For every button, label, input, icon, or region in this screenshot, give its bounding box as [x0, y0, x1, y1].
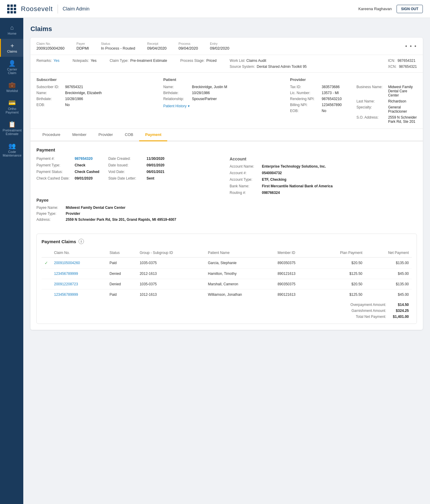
account-num-label: Account #:: [230, 171, 259, 175]
tax-id-label: Tax ID:: [290, 85, 320, 89]
last-name-row: Last Name: Richardson: [357, 99, 417, 103]
subscriber-eob-row: EOB: No: [36, 103, 163, 107]
row-net-3: $135.00: [366, 279, 412, 289]
header-right: Kareena Raghavan SIGN OUT: [358, 5, 423, 13]
work-list-label: Work List: [230, 59, 245, 63]
table-row: 123456789999 Denied 2012-1613 Hamilton, …: [42, 269, 412, 279]
row-member-2: 890121613: [274, 269, 316, 279]
subscriber-name-value: Breckinridge, Elizabeth: [65, 91, 102, 95]
account-name-row: Account Name: Enterprise Technology Solu…: [230, 164, 417, 168]
payment-claims-section: Payment Claims i Claim No. Status Group …: [36, 234, 417, 324]
tab-procedure[interactable]: Procedure: [36, 129, 66, 141]
provider-grid: Tax ID: 383573686 Lic. Number: 13573 - M…: [290, 85, 417, 124]
sidebar-label-carrier-claim: Carrier Claim: [3, 68, 21, 75]
tab-payment[interactable]: Payment: [139, 129, 167, 141]
patient-name-value: Breckinridge, Justin M: [192, 85, 227, 89]
provider-eob-value: No: [322, 109, 326, 113]
payment-claims-title-text: Payment Claims: [42, 239, 76, 244]
receipt-field: Receipt 09/04/2020: [147, 42, 167, 50]
rendering-npi-row: Rendering NPI: 9876543210: [290, 97, 350, 101]
last-name-label: Last Name:: [357, 99, 386, 103]
sidebar-item-code-maintenance[interactable]: 👥 Code Maintenance: [0, 139, 23, 161]
tax-id-row: Tax ID: 383573686: [290, 85, 350, 89]
table-row: 200912208723 Denied 1035-0375 Marshall, …: [42, 279, 412, 289]
page-title: Claims: [30, 25, 423, 33]
chevron-down-icon: ▾: [188, 104, 190, 108]
icn-value: 987654321: [397, 59, 415, 63]
sidebar-item-home[interactable]: ⌂ Home: [0, 21, 23, 39]
col-check: [42, 248, 51, 258]
status-value: In Process - Routed: [101, 46, 135, 50]
sidebar-item-pretreatment-estimate[interactable]: 📋 Pretreatment Estimate: [0, 118, 23, 139]
account-col: Account Name: Enterprise Technology Solu…: [230, 164, 417, 195]
grid-icon[interactable]: [7, 4, 16, 13]
entry-value: 09/02/2020: [210, 46, 229, 50]
row-plan-1: $20.50: [316, 258, 366, 269]
total-net-label: Total Net Payment:: [338, 315, 386, 319]
patient-birthdate-value: 10/28/1986: [192, 91, 210, 95]
info-icon[interactable]: i: [79, 239, 84, 244]
provider-eob-row: EOB: No: [290, 109, 350, 113]
patient-history-link[interactable]: Patient History ▾: [163, 104, 290, 108]
source-system-value: Dental Shared Admin Toolkit 95: [257, 65, 307, 69]
total-net-value: $1,401.00: [391, 315, 409, 319]
tab-provider[interactable]: Provider: [93, 129, 119, 141]
sign-out-button[interactable]: SIGN OUT: [397, 5, 423, 13]
overpayment-line: Overpayment Amount: $14.50: [338, 303, 409, 307]
remarks-value: Yes: [53, 59, 59, 63]
dots-menu[interactable]: • • •: [405, 43, 417, 49]
stale-date-row: Stale Date Letter: Sent: [108, 176, 165, 180]
business-name-value: Midwest Family Dental Care Center: [388, 85, 417, 97]
garnishment-line: Garnishment Amount: $324.25: [338, 309, 409, 313]
provider-col: Provider Tax ID: 383573686 Lic. Number: …: [290, 77, 417, 124]
routing-value: 098766324: [262, 191, 280, 195]
row-claim-4[interactable]: 123456789999: [51, 289, 107, 300]
lic-number-label: Lic. Number:: [290, 91, 320, 95]
total-net-line: Total Net Payment: $1,401.00: [338, 315, 409, 319]
patient-relationship-value: Spouse/Partner: [192, 97, 217, 101]
sidebar-item-worklist[interactable]: 💼 Worklist: [0, 78, 23, 96]
pretreatment-icon: 📋: [8, 121, 16, 127]
row-claim-2[interactable]: 123456789999: [51, 269, 107, 279]
tab-cob[interactable]: COB: [119, 129, 139, 141]
account-type-row: Account Type: ETF, Checking: [230, 177, 417, 182]
table-row: ✓ 2009105004260 Paid 1035-0375 Garcia, S…: [42, 258, 412, 269]
payer-label: Payer: [76, 42, 89, 45]
account-name-label: Account Name:: [230, 164, 259, 168]
payer-value: DDPMI: [76, 46, 89, 50]
entry-label: Entry: [210, 42, 229, 45]
last-name-value: Richardson: [388, 99, 406, 103]
provider-title: Provider: [290, 77, 417, 82]
payee-address-row: Address: 2559 N Schneider Park Rd, Ste 2…: [36, 217, 417, 222]
row-claim-1[interactable]: 2009105004260: [51, 258, 107, 269]
sidebar-item-ortho-payment[interactable]: 💳 Ortho Payment: [0, 96, 23, 118]
sidebar-item-carrier-claim[interactable]: 👤 Carrier Claim: [0, 57, 23, 78]
source-system-group: Source System: Dental Shared Admin Toolk…: [230, 65, 307, 69]
sidebar-item-claims[interactable]: ＋ Claims: [0, 39, 23, 57]
sidebar-label-ortho-payment: Ortho Payment: [3, 107, 21, 114]
patient-title: Patient: [163, 77, 290, 82]
bank-name-value: First Mercantile National Bank of Americ…: [262, 184, 333, 188]
tab-member[interactable]: Member: [66, 129, 93, 141]
claim-info-row: Remarks: Yes Notepads: Yes Claim Type: P…: [30, 55, 423, 73]
stale-date-label: Stale Date Letter:: [108, 176, 144, 180]
patient-name-label: Name:: [163, 85, 190, 89]
col-member-id: Member ID: [274, 248, 316, 258]
claim-type-group: Claim Type: Pre-treatment Estimate: [110, 59, 167, 63]
row-claim-3[interactable]: 200912208723: [51, 279, 107, 289]
process-label: Process: [179, 42, 198, 45]
garnishment-label: Garnishment Amount:: [338, 309, 386, 313]
logo-area: Roosevelt Claim Admin: [7, 4, 90, 13]
check-cashed-date-value: 09/01/2020: [75, 176, 93, 180]
account-num-row: Account #: 0540004732: [230, 171, 417, 175]
main-content: Claims Claim No. 2009105004260 Payer DDP…: [23, 18, 430, 504]
payee-grid: Payee Name: Midwest Family Dental Care C…: [36, 206, 417, 222]
subscriber-eob-value: No: [65, 103, 70, 107]
row-net-1: $135.00: [366, 258, 412, 269]
payment-top-grid: Payment #: 987654320 Payment Type: Check…: [36, 157, 417, 195]
date-created-label: Date Created:: [108, 157, 144, 161]
account-type-value: ETF, Checking: [262, 177, 286, 182]
check-mark-icon: ✓: [44, 261, 48, 265]
claim-no-field: Claim No. 2009105004260: [36, 42, 64, 50]
routing-label: Routing #:: [230, 191, 259, 195]
